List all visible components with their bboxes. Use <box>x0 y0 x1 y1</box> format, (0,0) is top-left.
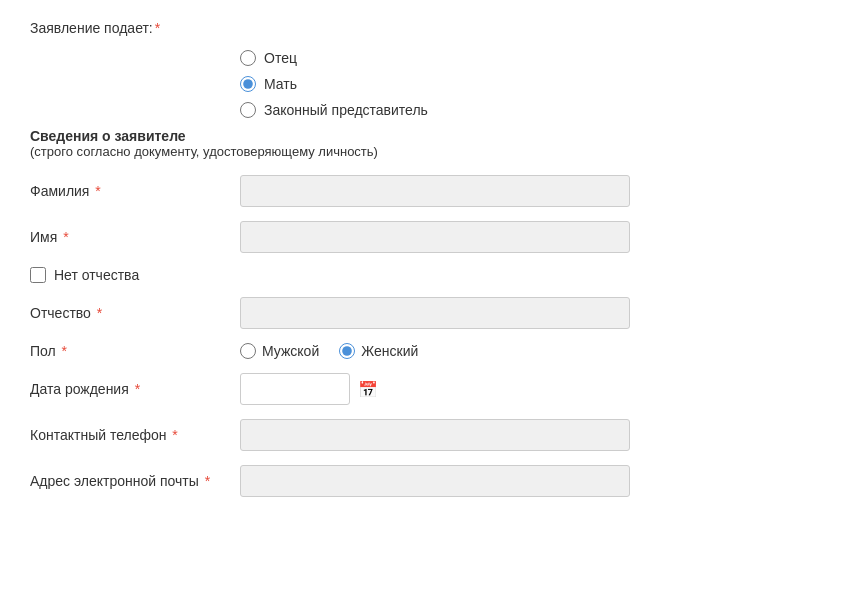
gender-male-option[interactable]: Мужской <box>240 343 319 359</box>
email-row: Адрес электронной почты * <box>30 465 813 497</box>
radio-option-legal[interactable]: Законный представитель <box>30 102 813 118</box>
radio-mother[interactable] <box>240 76 256 92</box>
email-input[interactable] <box>240 465 630 497</box>
email-label: Адрес электронной почты * <box>30 473 240 489</box>
form-section-applicant: Заявление подает:* Отец Мать Законный пр… <box>30 20 813 497</box>
radio-legal[interactable] <box>240 102 256 118</box>
patronymic-input[interactable] <box>240 297 630 329</box>
section-subtitle: (строго согласно документу, удостоверяющ… <box>30 144 813 159</box>
radio-father[interactable] <box>240 50 256 66</box>
no-patronymic-row: Нет отчества <box>30 267 813 283</box>
radio-option-father[interactable]: Отец <box>30 50 813 66</box>
birthdate-label: Дата рождения * <box>30 381 240 397</box>
required-marker: * <box>155 20 160 36</box>
radio-option-mother[interactable]: Мать <box>30 76 813 92</box>
applicant-row: Заявление подает:* <box>30 20 813 36</box>
no-patronymic-checkbox[interactable] <box>30 267 46 283</box>
calendar-icon[interactable]: 📅 <box>354 375 382 403</box>
gender-radio-group: Мужской Женский <box>240 343 418 359</box>
phone-label: Контактный телефон * <box>30 427 240 443</box>
phone-input[interactable] <box>240 419 630 451</box>
gender-row: Пол * Мужской Женский <box>30 343 813 359</box>
first-name-row: Имя * <box>30 221 813 253</box>
no-patronymic-label[interactable]: Нет отчества <box>54 267 139 283</box>
last-name-row: Фамилия * <box>30 175 813 207</box>
applicant-label: Заявление подает:* <box>30 20 240 36</box>
birthdate-input-wrapper: 12.05.1983 📅 <box>240 373 382 405</box>
patronymic-row: Отчество * <box>30 297 813 329</box>
gender-male-label: Мужской <box>262 343 319 359</box>
applicant-radio-group: Отец Мать Законный представитель <box>30 50 813 118</box>
last-name-input[interactable] <box>240 175 630 207</box>
patronymic-label: Отчество * <box>30 305 240 321</box>
first-name-input[interactable] <box>240 221 630 253</box>
gender-female-label: Женский <box>361 343 418 359</box>
gender-female-option[interactable]: Женский <box>339 343 418 359</box>
last-name-label: Фамилия * <box>30 183 240 199</box>
gender-label: Пол * <box>30 343 240 359</box>
section-heading: Сведения о заявителе (строго согласно до… <box>30 128 813 159</box>
radio-father-label: Отец <box>264 50 297 66</box>
radio-legal-label: Законный представитель <box>264 102 428 118</box>
radio-gender-female[interactable] <box>339 343 355 359</box>
section-title: Сведения о заявителе <box>30 128 813 144</box>
phone-row: Контактный телефон * <box>30 419 813 451</box>
radio-gender-male[interactable] <box>240 343 256 359</box>
birthdate-input[interactable]: 12.05.1983 <box>240 373 350 405</box>
birthdate-row: Дата рождения * 12.05.1983 📅 <box>30 373 813 405</box>
first-name-label: Имя * <box>30 229 240 245</box>
radio-mother-label: Мать <box>264 76 297 92</box>
